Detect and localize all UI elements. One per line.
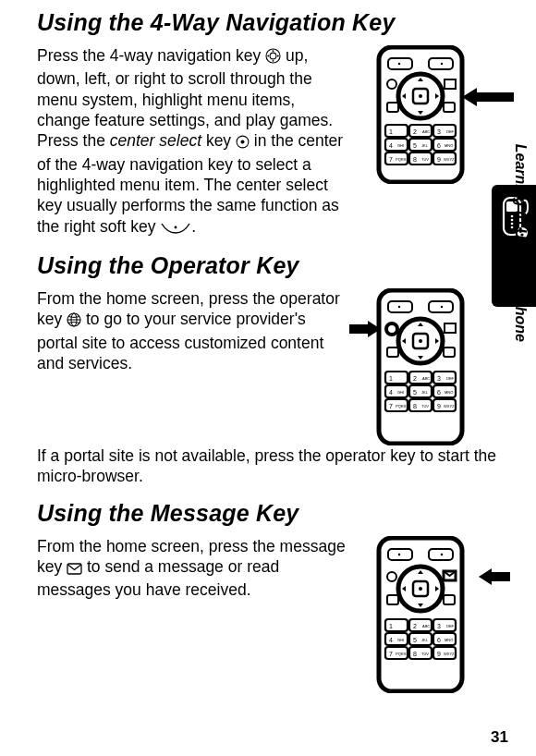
svg-point-104 [441, 553, 443, 555]
svg-point-64 [441, 306, 443, 308]
callout-arrow-icon [479, 567, 510, 586]
page-number: 31 [491, 728, 508, 747]
svg-text:GHI: GHI [397, 638, 404, 642]
svg-text:ABC: ABC [422, 624, 430, 628]
svg-marker-138 [479, 568, 510, 585]
heading-operator-key: Using the Operator Key [37, 252, 499, 279]
svg-point-11 [273, 50, 274, 52]
svg-text:DEF: DEF [446, 376, 455, 381]
svg-text:WXYZ: WXYZ [444, 404, 455, 408]
svg-point-107 [419, 587, 422, 591]
para-message-key: From the home screen, press the message … [37, 536, 347, 601]
callout-arrow-icon [349, 320, 381, 338]
svg-text:4: 4 [389, 142, 393, 149]
svg-text:ABC: ABC [422, 376, 430, 381]
svg-point-103 [398, 553, 400, 555]
svg-point-13 [267, 55, 269, 56]
heading-nav-key: Using the 4-Way Navigation Key [37, 9, 499, 36]
svg-text:MNO: MNO [445, 638, 453, 642]
svg-text:4: 4 [389, 389, 393, 396]
svg-text:WXYZ: WXYZ [444, 652, 455, 656]
svg-text:TUV: TUV [421, 157, 429, 162]
envelope-icon [67, 559, 82, 579]
svg-text:9: 9 [437, 651, 441, 657]
svg-text:5: 5 [413, 142, 417, 149]
svg-text:TUV: TUV [421, 652, 429, 656]
svg-text:6: 6 [437, 142, 441, 149]
text: . [191, 217, 196, 236]
center-dot-icon [236, 133, 250, 153]
svg-point-12 [273, 60, 274, 62]
svg-text:1: 1 [389, 375, 393, 382]
svg-text:JKL: JKL [421, 143, 429, 148]
svg-text:8: 8 [413, 156, 417, 163]
phone-illustration-nav: 12ABC3DEF 4GHI5JKL6MNO 7PQRS8TUV9WXYZ [360, 45, 499, 184]
svg-text:WXYZ: WXYZ [444, 157, 455, 162]
para-operator-key: From the home screen, press the operator… [37, 288, 347, 374]
svg-text:8: 8 [413, 651, 417, 657]
svg-point-21 [398, 63, 400, 65]
globe-icon [67, 311, 81, 332]
svg-point-67 [419, 339, 422, 343]
svg-marker-56 [462, 88, 514, 106]
callout-arrow-icon [462, 86, 514, 108]
svg-point-63 [398, 306, 400, 308]
svg-text:7: 7 [389, 156, 393, 163]
svg-text:4: 4 [389, 637, 393, 643]
svg-text:ABC: ABC [422, 129, 430, 134]
keyword-center-select: center select [110, 131, 201, 150]
svg-marker-98 [349, 321, 381, 337]
svg-text:6: 6 [437, 637, 441, 643]
svg-text:7: 7 [389, 403, 393, 409]
svg-text:2: 2 [413, 128, 417, 135]
svg-text:GHI: GHI [397, 390, 404, 395]
svg-text:3: 3 [437, 128, 441, 135]
svg-point-16 [240, 140, 244, 144]
svg-text:3: 3 [437, 623, 441, 629]
svg-text:9: 9 [437, 156, 441, 163]
svg-text:MNO: MNO [445, 390, 453, 395]
svg-text:MNO: MNO [445, 143, 453, 148]
svg-point-22 [441, 63, 443, 65]
svg-text:DEF: DEF [446, 624, 455, 628]
softkey-icon [160, 219, 191, 239]
svg-text:5: 5 [413, 389, 417, 396]
text: key [201, 131, 236, 150]
svg-point-17 [175, 226, 177, 228]
svg-text:8: 8 [413, 403, 417, 409]
svg-point-14 [277, 55, 279, 56]
svg-text:JKL: JKL [421, 390, 429, 395]
svg-text:PQRS: PQRS [396, 652, 407, 656]
svg-text:2: 2 [413, 375, 417, 382]
svg-text:3: 3 [437, 375, 441, 382]
phone-illustration-message: 12ABC3DEF 4GHI5JKL6MNO 7PQRS8TUV9WXYZ [360, 536, 499, 693]
heading-message-key: Using the Message Key [37, 500, 499, 527]
svg-text:9: 9 [437, 403, 441, 409]
svg-text:7: 7 [389, 651, 393, 657]
svg-text:1: 1 [389, 128, 393, 135]
para-operator-fallback: If a portal site is not available, press… [37, 445, 499, 487]
text: Press the 4-way navigation key [37, 46, 265, 65]
svg-text:PQRS: PQRS [396, 404, 407, 408]
para-nav-key-intro: Press the 4-way navigation key up, down,… [37, 45, 347, 240]
svg-text:PQRS: PQRS [396, 157, 407, 162]
svg-text:6: 6 [437, 389, 441, 396]
phone-illustration-operator: 12ABC3DEF 4GHI5JKL6MNO 7PQRS8TUV9WXYZ [360, 288, 499, 445]
svg-text:JKL: JKL [421, 638, 429, 642]
svg-text:1: 1 [389, 623, 393, 629]
svg-text:5: 5 [413, 637, 417, 643]
svg-point-25 [419, 94, 422, 98]
svg-text:TUV: TUV [421, 404, 429, 408]
nav-ring-icon [265, 48, 281, 68]
svg-point-10 [270, 53, 276, 59]
svg-text:2: 2 [413, 623, 417, 629]
svg-text:GHI: GHI [397, 143, 404, 148]
svg-text:DEF: DEF [446, 129, 455, 134]
